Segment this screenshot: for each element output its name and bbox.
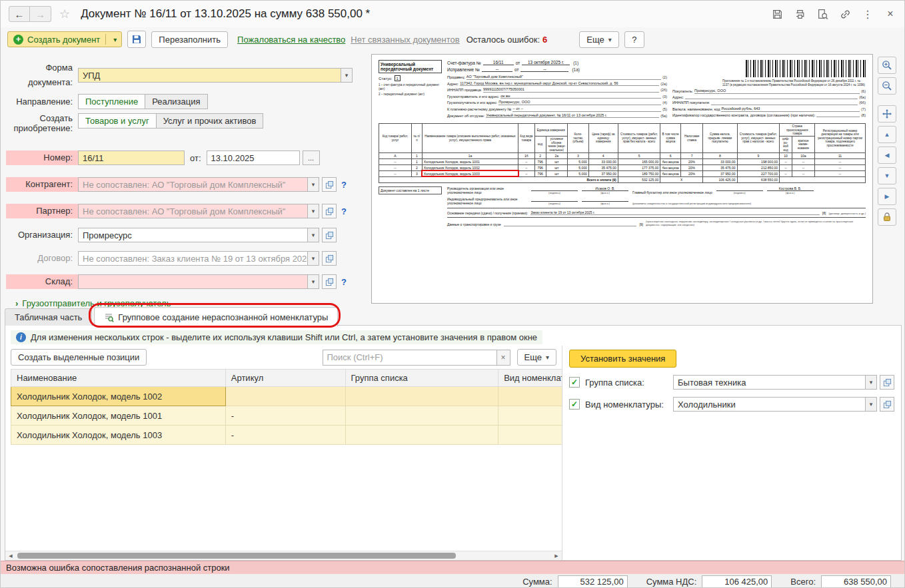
cell-article[interactable] <box>225 387 345 406</box>
group-dropdown-icon[interactable]: ▾ <box>866 375 877 390</box>
scroll-left-icon[interactable]: ◀ <box>878 147 896 164</box>
requisite-line: ИНН/КПП продавца:99991115007/775050001(2… <box>447 87 667 93</box>
column-header[interactable]: Вид номенклатуры <box>498 370 562 387</box>
acquisition-goods-button[interactable]: Товаров и услуг <box>78 113 157 129</box>
counterparty-help-icon[interactable]: ? <box>341 180 347 190</box>
warehouse-open-button[interactable] <box>322 274 337 289</box>
kind-input[interactable]: Холодильники <box>673 397 866 412</box>
table-row[interactable]: Холодильник Холодок, модель 1001 - <box>11 406 562 426</box>
cell-group[interactable] <box>345 387 498 406</box>
partner-open-button[interactable] <box>322 204 337 218</box>
table-more-button[interactable]: Еще▾ <box>517 349 556 366</box>
direction-incoming-button[interactable]: Поступление <box>78 94 145 109</box>
back-button[interactable]: ← <box>9 6 30 22</box>
chevron-down-icon[interactable]: ▾ <box>111 36 119 43</box>
scroll-left-icon[interactable]: ◀ <box>5 553 16 559</box>
search-input[interactable] <box>323 350 497 366</box>
warehouse-help-icon[interactable]: ? <box>341 277 347 287</box>
partner-help-icon[interactable]: ? <box>341 206 347 216</box>
forward-button[interactable]: → <box>30 6 51 22</box>
table-row[interactable]: Холодильник Холодок, модель 1003 - <box>11 426 562 445</box>
cell-article[interactable]: - <box>225 406 345 426</box>
kind-checkbox[interactable]: ✓ <box>569 399 580 410</box>
group-input[interactable]: Бытовая техника <box>673 375 866 390</box>
contract-input[interactable]: Не сопоставлен: Заказ клиента № 19 от 13… <box>78 251 308 266</box>
print-icon[interactable] <box>794 8 806 20</box>
partner-input[interactable]: Не сопоставлен: АО "Торговый дом Комплек… <box>78 204 308 218</box>
column-header[interactable]: Артикул <box>225 370 345 387</box>
cell-name[interactable]: Холодильник Холодок, модель 1003 <box>11 426 226 445</box>
create-selected-button[interactable]: Создать выделенные позиции <box>11 349 147 366</box>
refill-button[interactable]: Перезаполнить <box>151 31 228 48</box>
favorite-star-icon[interactable]: ☆ <box>59 7 70 21</box>
cell-kind[interactable] <box>498 406 562 426</box>
cell-kind[interactable] <box>498 426 562 445</box>
recognized-row-highlight: Холодильник Холодок, модель 1003 <box>422 170 518 176</box>
counterparty-dropdown-icon[interactable]: ▾ <box>308 177 319 192</box>
cell-name[interactable]: Холодильник Холодок, модель 1001 <box>11 406 226 426</box>
acquisition-label: Создать приобретение: <box>6 113 78 133</box>
counterparty-input[interactable]: Не сопоставлен: АО "Торговый дом Комплек… <box>78 177 308 192</box>
zoom-in-icon[interactable] <box>878 57 896 74</box>
column-header[interactable]: Наименование <box>11 370 226 387</box>
direction-outgoing-button[interactable]: Реализация <box>145 94 207 109</box>
date-picker-button[interactable]: ... <box>303 150 320 165</box>
warehouse-input[interactable] <box>78 274 308 289</box>
zoom-out-icon[interactable] <box>878 77 896 95</box>
cell-group[interactable] <box>345 406 498 426</box>
complain-link[interactable]: Пожаловаться на качество <box>237 35 345 45</box>
preview-icon[interactable] <box>816 8 828 20</box>
organization-dropdown-icon[interactable]: ▾ <box>308 228 319 242</box>
no-linked-documents-link[interactable]: Нет связанных документов <box>351 35 459 45</box>
organization-open-button[interactable] <box>322 228 337 242</box>
scroll-down-icon[interactable]: ▼ <box>878 167 896 184</box>
kind-dropdown-icon[interactable]: ▾ <box>866 397 877 412</box>
help-button[interactable]: ? <box>624 31 644 48</box>
info-icon: i <box>16 332 26 342</box>
partner-dropdown-icon[interactable]: ▾ <box>308 204 319 218</box>
scroll-right-icon[interactable]: ▶ <box>878 188 896 205</box>
column-header[interactable]: Группа списка <box>345 370 498 387</box>
date-input[interactable]: 13.10.2025 <box>207 150 300 165</box>
group-open-button[interactable] <box>880 375 894 390</box>
organization-input[interactable]: Промресурс <box>78 228 308 242</box>
cell-name[interactable]: Холодильник Холодок, модель 1002 <box>11 387 226 406</box>
contract-dropdown-icon[interactable]: ▾ <box>308 251 319 266</box>
doc-form-dropdown-icon[interactable]: ▾ <box>341 68 353 83</box>
group-checkbox[interactable]: ✓ <box>569 377 580 388</box>
horizontal-scrollbar[interactable]: ◀ ▶ <box>5 551 562 560</box>
save-button[interactable] <box>127 31 146 48</box>
table-row[interactable]: Холодильник Холодок, модель 1002 <box>11 387 562 406</box>
scrollbar-track[interactable] <box>16 551 551 560</box>
close-icon[interactable]: × <box>884 8 896 20</box>
clear-search-icon[interactable]: × <box>497 350 510 366</box>
document-preview[interactable]: Универсальный передаточный документ Стат… <box>371 54 873 304</box>
pan-move-icon[interactable] <box>878 105 896 123</box>
kind-open-button[interactable] <box>880 397 894 412</box>
doc-form-input[interactable]: УПД <box>78 68 341 83</box>
tab-tabular-part[interactable]: Табличная часть <box>5 308 92 326</box>
lock-icon[interactable] <box>878 208 896 226</box>
link-icon[interactable] <box>839 8 851 20</box>
number-input[interactable]: 16/11 <box>78 150 185 165</box>
warehouse-dropdown-icon[interactable]: ▾ <box>308 274 319 289</box>
scroll-up-icon[interactable]: ▲ <box>878 126 896 143</box>
save-icon[interactable] <box>771 8 783 20</box>
cell-article[interactable]: - <box>225 426 345 445</box>
scroll-right-icon[interactable]: ▶ <box>551 553 562 559</box>
more-button[interactable]: Еще▾ <box>579 31 618 48</box>
status-message: Возможна ошибка сопоставления распознанн… <box>6 563 230 573</box>
group-create-tab-icon <box>104 312 114 322</box>
cell-group[interactable] <box>345 426 498 445</box>
set-values-button[interactable]: Установить значения <box>569 350 676 368</box>
cell-kind[interactable] <box>498 387 562 406</box>
acquisition-services-button[interactable]: Услуг и прочих активов <box>157 113 264 129</box>
scrollbar-thumb[interactable] <box>17 553 456 559</box>
create-document-button[interactable]: + Создать документ ▾ <box>7 31 122 47</box>
contract-open-button[interactable] <box>322 251 337 266</box>
preview-table-header: Код товара/ работ, услуг № п/п Наименова… <box>379 124 866 137</box>
tab-group-create[interactable]: Групповое создание нераспознанной номенк… <box>94 307 338 326</box>
counterparty-open-button[interactable] <box>322 177 337 192</box>
kebab-menu-icon[interactable]: ⋮ <box>862 8 874 20</box>
sum-label: Сумма: <box>522 577 552 587</box>
